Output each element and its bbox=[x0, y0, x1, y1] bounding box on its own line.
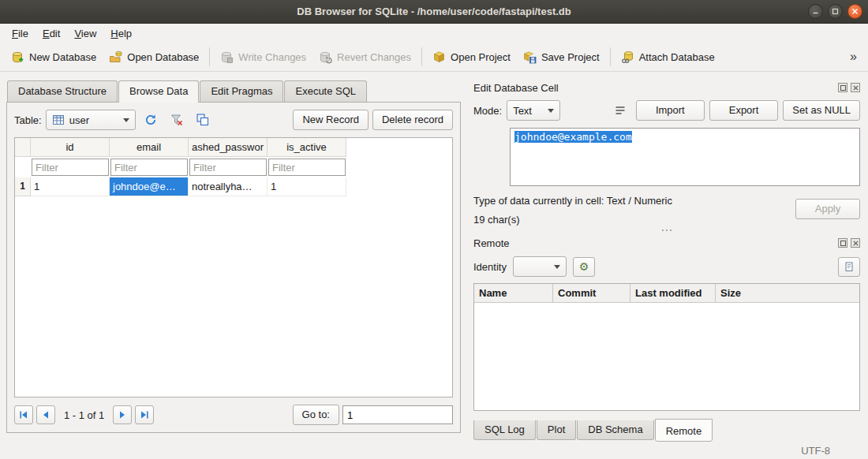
clear-filters-icon bbox=[170, 113, 184, 127]
table-combobox[interactable]: user bbox=[46, 110, 136, 130]
open-database-button[interactable]: Open Database bbox=[103, 46, 205, 69]
cell-id[interactable]: 1 bbox=[31, 177, 110, 196]
remote-column-size[interactable]: Size bbox=[716, 284, 859, 302]
open-project-label: Open Project bbox=[451, 51, 511, 63]
new-database-icon bbox=[11, 50, 24, 64]
cell-editor[interactable]: johndoe@example.com bbox=[510, 128, 860, 186]
cell-type-text: Type of data currently in cell: Text / N… bbox=[473, 195, 795, 207]
remote-dock-title: Remote bbox=[473, 235, 860, 251]
clear-filters-button[interactable] bbox=[166, 110, 188, 130]
filter-input-is-active[interactable] bbox=[268, 159, 346, 176]
main-toolbar: New Database Open Database Write Changes bbox=[0, 43, 868, 72]
menu-file[interactable]: File bbox=[5, 25, 36, 42]
app-window: DB Browser for SQLite - /home/user/code/… bbox=[0, 0, 868, 459]
data-grid: id email ashed_passwor is_active 1 bbox=[14, 137, 453, 397]
tab-db-schema[interactable]: DB Schema bbox=[577, 420, 653, 440]
cell-is-active[interactable]: 1 bbox=[268, 177, 346, 196]
filter-input-hashed-password[interactable] bbox=[189, 159, 267, 176]
row-header[interactable]: 1 bbox=[15, 177, 31, 196]
mode-row: Mode: Text Import Export Set as NULL bbox=[473, 100, 860, 121]
new-database-button[interactable]: New Database bbox=[5, 46, 103, 69]
attach-database-icon bbox=[621, 50, 634, 64]
splitter-dot bbox=[662, 230, 664, 231]
splitter-handle[interactable] bbox=[473, 226, 860, 235]
tab-browse-data[interactable]: Browse Data bbox=[118, 80, 199, 103]
filter-input-id[interactable] bbox=[32, 159, 109, 176]
cell-size-text: 19 char(s) bbox=[473, 214, 795, 226]
remote-column-name[interactable]: Name bbox=[474, 284, 553, 302]
maximize-button[interactable] bbox=[828, 4, 843, 19]
tab-edit-pragmas[interactable]: Edit Pragmas bbox=[200, 80, 283, 102]
save-project-button[interactable]: Save Project bbox=[517, 46, 606, 69]
toolbar-separator bbox=[421, 47, 422, 66]
encoding-indicator: UTF-8 bbox=[801, 445, 830, 457]
identity-label: Identity bbox=[473, 261, 507, 273]
export-button[interactable]: Export bbox=[709, 100, 779, 121]
close-button[interactable] bbox=[847, 4, 862, 19]
right-panel: Edit Database Cell Mode: Text bbox=[473, 80, 862, 442]
cell-info-row: Type of data currently in cell: Text / N… bbox=[473, 195, 860, 226]
new-record-button[interactable]: New Record bbox=[293, 110, 369, 130]
minimize-button[interactable] bbox=[808, 4, 823, 19]
tab-execute-sql[interactable]: Execute SQL bbox=[284, 80, 367, 102]
table-combobox-value: user bbox=[69, 114, 89, 126]
remote-table: Name Commit Last modified Size bbox=[473, 283, 860, 411]
identity-settings-button[interactable]: ⚙ bbox=[573, 257, 595, 277]
word-wrap-button[interactable] bbox=[609, 100, 631, 121]
menu-view[interactable]: View bbox=[67, 25, 103, 42]
float-dock-icon[interactable] bbox=[838, 83, 847, 92]
last-record-button[interactable] bbox=[135, 405, 154, 424]
open-project-button[interactable]: Open Project bbox=[426, 46, 517, 69]
attach-database-button[interactable]: Attach Database bbox=[615, 46, 721, 69]
open-database-icon bbox=[109, 50, 122, 64]
column-header-is-active[interactable]: is_active bbox=[268, 138, 346, 157]
column-header-hashed-password[interactable]: ashed_passwor bbox=[189, 138, 268, 157]
close-dock-icon[interactable] bbox=[851, 238, 860, 248]
filter-input-email[interactable] bbox=[110, 159, 188, 176]
set-as-null-button[interactable]: Set as NULL bbox=[783, 100, 860, 121]
open-project-icon bbox=[432, 50, 446, 64]
cell-email-selected[interactable]: johndoe@e… bbox=[110, 177, 189, 196]
record-position-text: 1 - 1 of 1 bbox=[64, 409, 104, 421]
delete-record-button[interactable]: Delete record bbox=[372, 110, 453, 130]
close-icon bbox=[851, 8, 859, 15]
table-label: Table: bbox=[14, 114, 42, 126]
grid-corner-cell[interactable] bbox=[15, 138, 31, 157]
goto-button[interactable]: Go to: bbox=[293, 405, 339, 425]
window-controls bbox=[808, 4, 862, 19]
save-project-icon bbox=[523, 50, 537, 64]
save-results-button[interactable] bbox=[192, 110, 214, 130]
tab-database-structure[interactable]: Database Structure bbox=[7, 80, 118, 102]
browse-data-pane: Table: user bbox=[6, 102, 461, 433]
write-changes-button: Write Changes bbox=[214, 46, 312, 69]
menu-help[interactable]: Help bbox=[103, 25, 139, 42]
import-button[interactable]: Import bbox=[636, 100, 705, 121]
chevron-down-icon bbox=[554, 265, 560, 269]
write-changes-label: Write Changes bbox=[238, 51, 306, 63]
main-tabbar: Database Structure Browse Data Edit Prag… bbox=[6, 80, 461, 102]
identity-combobox[interactable] bbox=[513, 256, 567, 277]
remote-column-last-modified[interactable]: Last modified bbox=[630, 284, 716, 302]
menu-edit[interactable]: Edit bbox=[36, 25, 67, 42]
float-dock-icon[interactable] bbox=[838, 238, 847, 248]
clone-database-button[interactable] bbox=[838, 257, 860, 277]
statusbar: UTF-8 bbox=[0, 442, 868, 459]
toolbar-separator bbox=[610, 47, 611, 66]
refresh-button[interactable] bbox=[140, 110, 162, 130]
tab-remote[interactable]: Remote bbox=[655, 419, 713, 442]
mode-combobox[interactable]: Text bbox=[507, 100, 560, 121]
toolbar-overflow-button[interactable]: » bbox=[844, 50, 863, 64]
remote-column-commit[interactable]: Commit bbox=[553, 284, 630, 302]
next-record-button[interactable] bbox=[113, 405, 132, 424]
column-header-id[interactable]: id bbox=[31, 138, 110, 157]
tab-sql-log[interactable]: SQL Log bbox=[473, 420, 536, 440]
goto-input[interactable] bbox=[342, 405, 453, 424]
left-panel: Database Structure Browse Data Edit Prag… bbox=[6, 80, 461, 442]
close-dock-icon[interactable] bbox=[851, 83, 860, 92]
tab-plot[interactable]: Plot bbox=[537, 420, 576, 440]
first-record-button[interactable] bbox=[14, 405, 33, 424]
previous-record-button[interactable] bbox=[36, 405, 55, 424]
cell-hashed-password[interactable]: notreallyha… bbox=[189, 177, 268, 196]
cell-editor-content: johndoe@example.com bbox=[514, 131, 632, 143]
column-header-email[interactable]: email bbox=[110, 138, 189, 157]
